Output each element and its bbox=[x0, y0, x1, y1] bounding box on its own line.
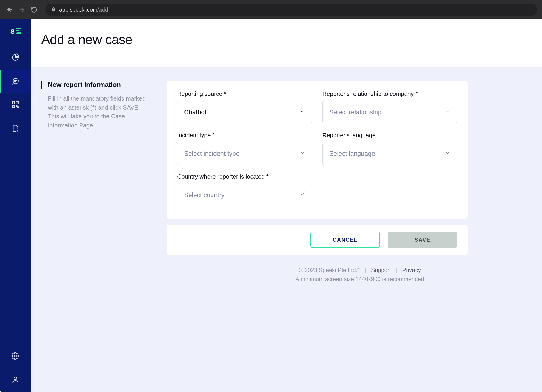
page-footer: © 2023 Speeki Pte Ltd.® | Support | Priv… bbox=[252, 255, 468, 292]
actions-panel: CANCEL SAVE bbox=[167, 225, 468, 255]
form-panel: Reporting source * Chatbot Reporter's re… bbox=[167, 81, 468, 219]
lock-icon bbox=[51, 7, 56, 13]
sidebar-item-dashboard[interactable] bbox=[0, 46, 31, 70]
chevron-down-icon bbox=[299, 191, 305, 199]
footer-recommendation: A minimum screen size 1440x900 is recomm… bbox=[252, 276, 468, 282]
browser-forward-button[interactable] bbox=[17, 5, 27, 14]
section-title: New report information bbox=[41, 81, 150, 89]
gear-icon bbox=[11, 352, 19, 361]
language-placeholder: Select language bbox=[329, 150, 375, 157]
relationship-placeholder: Select relationship bbox=[329, 109, 382, 116]
document-icon bbox=[11, 124, 19, 133]
svg-rect-3 bbox=[12, 101, 15, 104]
browser-back-button[interactable] bbox=[5, 5, 14, 14]
country-placeholder: Select country bbox=[184, 191, 225, 199]
chevron-down-icon bbox=[445, 150, 450, 157]
user-icon bbox=[11, 376, 19, 385]
footer-privacy-link[interactable]: Privacy bbox=[402, 267, 421, 273]
browser-url-bar[interactable]: app.speeki.com/add bbox=[45, 4, 537, 16]
save-button[interactable]: SAVE bbox=[388, 232, 457, 248]
page-title: Add a new case bbox=[41, 32, 542, 47]
incident-type-select[interactable]: Select incident type bbox=[177, 143, 312, 165]
qr-icon bbox=[11, 101, 19, 110]
app-logo[interactable]: s bbox=[9, 25, 22, 37]
svg-rect-4 bbox=[16, 101, 18, 104]
sidebar-item-documents[interactable] bbox=[0, 117, 31, 141]
reporting-source-select[interactable]: Chatbot bbox=[177, 101, 312, 123]
section-description: New report information Fill in all the m… bbox=[41, 81, 150, 292]
incident-type-placeholder: Select incident type bbox=[184, 150, 239, 157]
browser-reload-button[interactable] bbox=[29, 5, 39, 14]
svg-point-8 bbox=[14, 355, 16, 357]
browser-bar: app.speeki.com/add bbox=[0, 0, 542, 19]
sidebar-item-survey[interactable] bbox=[0, 93, 31, 117]
footer-copyright: © 2023 Speeki Pte Ltd. bbox=[299, 267, 357, 273]
chevron-down-icon bbox=[299, 109, 305, 116]
reporting-source-value: Chatbot bbox=[184, 109, 206, 116]
cancel-button[interactable]: CANCEL bbox=[310, 232, 380, 248]
svg-rect-5 bbox=[12, 105, 15, 108]
chat-icon bbox=[11, 77, 19, 86]
pie-chart-icon bbox=[11, 53, 19, 62]
sidebar-item-profile[interactable] bbox=[0, 368, 31, 392]
sidebar: s bbox=[0, 19, 31, 392]
sidebar-item-settings[interactable] bbox=[0, 345, 31, 368]
reporting-source-label: Reporting source * bbox=[177, 90, 312, 97]
section-help-text: Fill in all the mandatory fields marked … bbox=[41, 94, 150, 130]
relationship-select[interactable]: Select relationship bbox=[322, 101, 457, 123]
relationship-label: Reporter's relationship to company * bbox=[322, 90, 457, 97]
country-select[interactable]: Select country bbox=[177, 184, 312, 206]
footer-support-link[interactable]: Support bbox=[371, 267, 391, 273]
language-select[interactable]: Select language bbox=[322, 143, 457, 165]
language-label: Reporter's language bbox=[322, 132, 457, 139]
url-host: app.speeki.com bbox=[59, 7, 97, 13]
url-path: /add bbox=[97, 7, 108, 13]
chevron-down-icon bbox=[299, 150, 305, 157]
svg-rect-6 bbox=[16, 105, 17, 106]
svg-rect-7 bbox=[17, 107, 18, 108]
sidebar-item-cases[interactable] bbox=[0, 70, 31, 93]
logo-stripes bbox=[16, 28, 20, 34]
country-label: Country where reporter is located * bbox=[177, 173, 312, 180]
incident-type-label: Incident type * bbox=[177, 132, 312, 139]
svg-point-9 bbox=[14, 377, 16, 380]
chevron-down-icon bbox=[445, 109, 450, 116]
page-header: Add a new case bbox=[31, 19, 542, 68]
